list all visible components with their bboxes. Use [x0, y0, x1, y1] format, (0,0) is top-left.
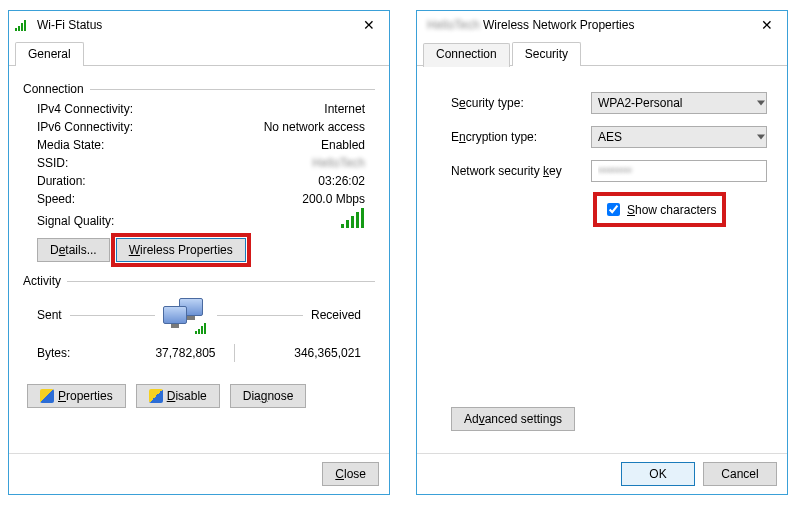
shield-icon — [40, 389, 54, 403]
bytes-label: Bytes: — [37, 346, 107, 360]
ok-button[interactable]: OK — [621, 462, 695, 486]
group-label-activity: Activity — [23, 274, 61, 288]
show-characters-row[interactable]: Show characters — [593, 192, 726, 227]
cancel-button[interactable]: Cancel — [703, 462, 777, 486]
wifi-status-dialog: Wi-Fi Status ✕ General Connection IPv4 C… — [8, 10, 390, 495]
tab-strip: General — [9, 39, 389, 66]
wireless-network-properties-dialog: HelloTech Wireless Network Properties ✕ … — [416, 10, 788, 495]
title-bar: Wi-Fi Status ✕ — [9, 11, 389, 39]
diagnose-button[interactable]: Diagnose — [230, 384, 307, 408]
close-button[interactable]: ✕ — [355, 17, 383, 33]
advanced-settings-button[interactable]: Advanced settings — [451, 407, 575, 431]
details-button[interactable]: Details... — [37, 238, 110, 262]
network-activity-icon — [163, 298, 209, 332]
show-characters-label: Show characters — [627, 203, 716, 217]
tab-general[interactable]: General — [15, 42, 84, 66]
security-type-combo[interactable] — [591, 92, 767, 114]
shield-icon — [149, 389, 163, 403]
security-type-label: Security type: — [451, 96, 591, 110]
duration-label: Duration: — [37, 174, 167, 188]
wifi-signal-icon — [15, 19, 29, 31]
close-button[interactable]: ✕ — [753, 17, 781, 33]
signal-quality-label: Signal Quality: — [37, 214, 167, 228]
encryption-type-combo[interactable] — [591, 126, 767, 148]
network-name-prefix: HelloTech — [427, 18, 480, 32]
ipv4-label: IPv4 Connectivity: — [37, 102, 167, 116]
network-security-key-label: Network security key — [451, 164, 591, 178]
group-header-activity: Activity — [23, 274, 375, 288]
window-title: Wi-Fi Status — [33, 18, 355, 32]
group-header-connection: Connection — [23, 82, 375, 96]
sent-label: Sent — [37, 308, 62, 322]
show-characters-checkbox[interactable] — [607, 203, 620, 216]
speed-value: 200.0 Mbps — [167, 192, 373, 206]
ssid-label: SSID: — [37, 156, 167, 170]
bytes-received-value: 346,365,021 — [253, 346, 362, 360]
tab-security[interactable]: Security — [512, 42, 581, 66]
media-state-value: Enabled — [167, 138, 373, 152]
group-label-connection: Connection — [23, 82, 84, 96]
ssid-value: HelloTech — [167, 156, 373, 170]
ipv6-label: IPv6 Connectivity: — [37, 120, 167, 134]
ipv6-value: No network access — [167, 120, 373, 134]
window-title-suffix: Wireless Network Properties — [483, 18, 634, 32]
bytes-sent-value: 37,782,805 — [107, 346, 216, 360]
window-title: HelloTech Wireless Network Properties — [423, 18, 753, 32]
ipv4-value: Internet — [167, 102, 373, 116]
close-dialog-button[interactable]: Close — [322, 462, 379, 486]
title-bar: HelloTech Wireless Network Properties ✕ — [417, 11, 787, 39]
received-label: Received — [311, 308, 361, 322]
wireless-properties-button[interactable]: Wireless Properties — [116, 238, 246, 262]
media-state-label: Media State: — [37, 138, 167, 152]
disable-button[interactable]: Disable — [136, 384, 220, 408]
network-security-key-input[interactable] — [591, 160, 767, 182]
properties-button[interactable]: Properties — [27, 384, 126, 408]
signal-quality-icon — [341, 210, 365, 228]
tab-connection[interactable]: Connection — [423, 43, 510, 67]
duration-value: 03:26:02 — [167, 174, 373, 188]
speed-label: Speed: — [37, 192, 167, 206]
tab-strip: Connection Security — [417, 39, 787, 66]
encryption-type-label: Encryption type: — [451, 130, 591, 144]
